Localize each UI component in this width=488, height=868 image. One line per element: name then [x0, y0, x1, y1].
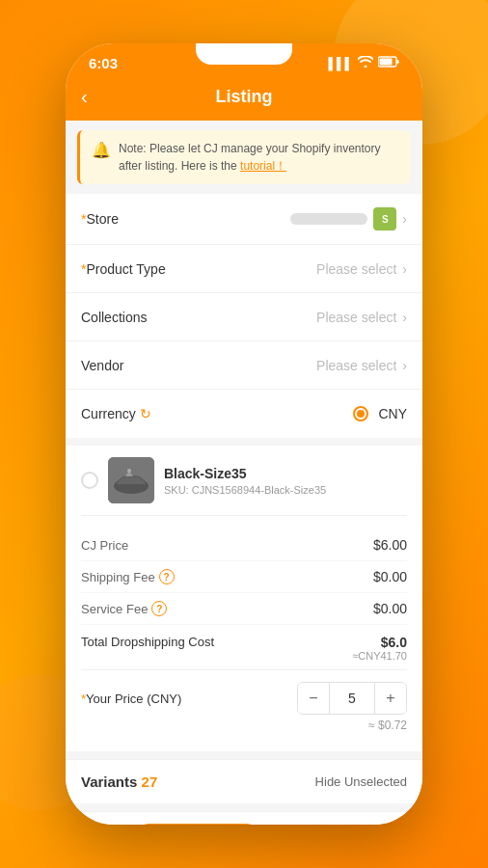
wifi-icon: [358, 56, 373, 70]
product-type-value: Please select ›: [316, 261, 407, 277]
shipping-fee-row: Shipping Fee ? $0.00: [81, 561, 407, 593]
stepper-plus-button[interactable]: +: [375, 683, 406, 714]
product-select-radio[interactable]: [81, 472, 98, 489]
product-header: Black-Size35 SKU: CJNS1568944-Black-Size…: [81, 457, 407, 516]
refresh-icon[interactable]: ↻: [140, 406, 151, 421]
tutorial-link[interactable]: tutorial！: [240, 159, 286, 173]
status-bar: 6:03 ▌▌▌: [66, 43, 422, 79]
content-area: 🔔 Note: Please let CJ manage your Shopif…: [66, 121, 422, 825]
status-time: 6:03: [89, 55, 118, 71]
collections-row[interactable]: Collections Please select ›: [66, 293, 422, 341]
your-price-label: *Your Price (CNY): [81, 692, 181, 706]
stepper-minus-button[interactable]: −: [298, 683, 329, 714]
store-value: S ›: [290, 207, 407, 231]
product-type-row[interactable]: *Product Type Please select ›: [66, 245, 422, 293]
total-row: Total Dropshipping Cost $6.0 ≈CNY41.70: [81, 625, 407, 665]
shopify-icon: S: [373, 207, 396, 231]
collections-label: Collections: [81, 310, 147, 325]
chevron-right-icon: ›: [402, 211, 407, 227]
hide-unselected-button[interactable]: Hide Unselected: [315, 774, 407, 789]
notice-box: 🔔 Note: Please let CJ manage your Shopif…: [77, 130, 411, 184]
nav-bar: ‹ Listing: [66, 79, 422, 121]
currency-radio[interactable]: [353, 406, 368, 421]
stepper-input[interactable]: [329, 683, 375, 714]
bulk-editing-button[interactable]: Bulk Editing: [131, 824, 264, 825]
currency-row: Currency ↻ CNY: [66, 390, 422, 438]
phone-frame: 6:03 ▌▌▌ ‹ Listing 🔔: [66, 43, 422, 825]
variants-section: Variants 27 Hide Unselected: [66, 759, 422, 803]
vendor-row[interactable]: Vendor Please select ›: [66, 341, 422, 390]
form-section: *Store S › *Product Type Please select ›: [66, 194, 422, 438]
notch: [196, 43, 292, 65]
variants-label: Variants 27: [81, 773, 157, 790]
service-info-icon[interactable]: ?: [151, 601, 167, 616]
product-sku: SKU: CJNS1568944-Black-Size35: [164, 484, 407, 496]
collections-value: Please select ›: [316, 310, 407, 325]
total-label: Total Dropshipping Cost: [81, 635, 214, 649]
svg-rect-2: [397, 60, 399, 64]
store-placeholder: [290, 213, 367, 225]
product-type-label: *Product Type: [81, 261, 166, 277]
shipping-info-icon[interactable]: ?: [159, 569, 175, 584]
back-button[interactable]: ‹: [81, 86, 88, 108]
service-fee-value: $0.00: [373, 601, 407, 616]
chevron-right-icon: ›: [402, 358, 407, 373]
shipping-fee-value: $0.00: [373, 569, 407, 584]
currency-value: CNY: [353, 406, 407, 421]
signal-icon: ▌▌▌: [328, 57, 353, 70]
page-title: Listing: [216, 87, 273, 107]
service-fee-row: Service Fee ? $0.00: [81, 593, 407, 625]
svg-rect-1: [380, 59, 393, 66]
chevron-right-icon: ›: [402, 261, 407, 277]
service-fee-label: Service Fee ?: [81, 601, 167, 616]
cj-price-value: $6.00: [373, 537, 407, 553]
vendor-value: Please select ›: [316, 358, 407, 373]
svg-point-5: [127, 469, 131, 473]
shipping-fee-label: Shipping Fee ?: [81, 569, 175, 584]
battery-icon: [378, 56, 399, 70]
status-icons: ▌▌▌: [328, 56, 399, 70]
notice-icon: 🔔: [92, 141, 111, 159]
price-approx: ≈ $0.72: [81, 719, 407, 740]
your-price-row: *Your Price (CNY) − +: [81, 669, 407, 719]
currency-label: Currency ↻: [81, 406, 151, 421]
product-info: Black-Size35 SKU: CJNS1568944-Black-Size…: [164, 466, 407, 496]
vendor-label: Vendor: [81, 358, 123, 373]
store-row[interactable]: *Store S ›: [66, 194, 422, 245]
chevron-right-icon: ›: [402, 310, 407, 325]
cj-price-label: CJ Price: [81, 538, 128, 553]
cj-price-row: CJ Price $6.00: [81, 529, 407, 561]
product-thumbnail: [108, 457, 154, 503]
total-value: $6.0 ≈CNY41.70: [352, 635, 407, 662]
variant-name: Black-Size35: [164, 466, 407, 481]
price-stepper[interactable]: − +: [297, 682, 407, 715]
notice-text: Note: Please let CJ manage your Shopify …: [119, 140, 399, 175]
store-label: *Store: [81, 211, 119, 227]
bottom-bar: All Bulk Editing Submit: [66, 811, 422, 825]
variants-count: 27: [142, 773, 158, 790]
product-card: Black-Size35 SKU: CJNS1568944-Black-Size…: [66, 446, 422, 751]
